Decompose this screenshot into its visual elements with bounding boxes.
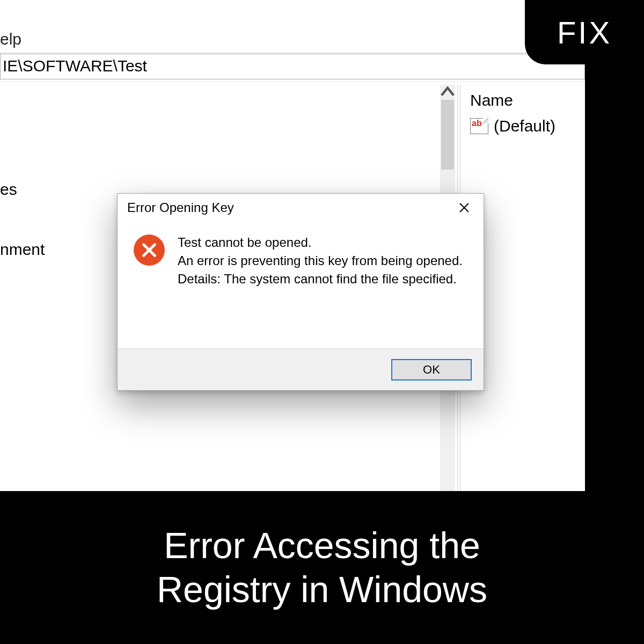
close-icon[interactable] bbox=[453, 197, 475, 218]
dialog-line-3: Details: The system cannot find the file… bbox=[178, 270, 463, 288]
dialog-line-2: An error is preventing this key from bei… bbox=[178, 252, 463, 270]
string-value-icon bbox=[470, 118, 488, 134]
fix-badge-label: FIX bbox=[557, 14, 612, 50]
header-separator bbox=[0, 82, 585, 82]
column-header-name[interactable]: Name bbox=[463, 85, 585, 115]
menu-divider bbox=[0, 53, 585, 53]
article-caption: Error Accessing the Registry in Windows bbox=[0, 491, 644, 644]
caption-line-2: Registry in Windows bbox=[157, 568, 487, 612]
error-dialog: Error Opening Key Test cannot be opened.… bbox=[117, 193, 484, 391]
dialog-footer: OK bbox=[118, 348, 484, 390]
dialog-titlebar[interactable]: Error Opening Key bbox=[118, 194, 484, 222]
dialog-message: Test cannot be opened. An error is preve… bbox=[178, 233, 463, 288]
fix-badge: FIX bbox=[525, 0, 644, 64]
caption-line-1: Error Accessing the bbox=[157, 524, 487, 568]
scroll-thumb[interactable] bbox=[441, 100, 454, 170]
ok-button[interactable]: OK bbox=[391, 359, 472, 380]
menu-bar: elp bbox=[0, 27, 585, 52]
value-row-default[interactable]: (Default) bbox=[463, 115, 585, 137]
tree-item-fragment-2[interactable]: nment bbox=[0, 240, 45, 259]
error-icon bbox=[134, 235, 165, 266]
scroll-up-icon[interactable] bbox=[440, 85, 455, 100]
value-name: (Default) bbox=[494, 117, 555, 135]
menu-help-fragment[interactable]: elp bbox=[0, 27, 21, 52]
registry-path-input[interactable]: IE\SOFTWARE\Test bbox=[0, 54, 585, 79]
dialog-body: Test cannot be opened. An error is preve… bbox=[118, 222, 484, 306]
tree-item-fragment-1[interactable]: es bbox=[0, 180, 17, 199]
dialog-line-1: Test cannot be opened. bbox=[178, 233, 463, 252]
dialog-title: Error Opening Key bbox=[127, 200, 234, 215]
